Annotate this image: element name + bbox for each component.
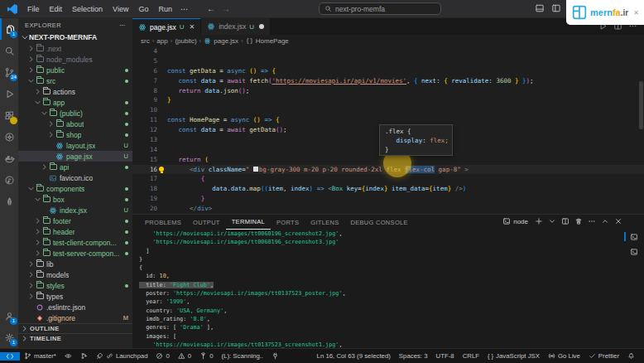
tree-item-favicon-ico[interactable]: favicon.ico <box>18 172 132 183</box>
activity-run-and-debug[interactable] <box>0 83 18 104</box>
status-errors[interactable]: 0 <box>156 352 169 360</box>
panel-more-button[interactable] <box>588 217 596 225</box>
tree-item--next[interactable]: .next <box>18 43 132 54</box>
panel-tab-ports[interactable]: PORTS <box>271 215 305 230</box>
menu-edit[interactable]: Edit <box>46 3 67 15</box>
tree-item--gitignore[interactable]: .gitignoreM <box>18 312 132 323</box>
kill-terminal-button[interactable] <box>574 217 583 225</box>
status-notifications[interactable] <box>627 352 635 360</box>
tree-item-header[interactable]: header <box>18 226 132 237</box>
tab-index-jsx[interactable]: index.jsxU <box>201 18 271 35</box>
tree-item-about[interactable]: about <box>18 119 132 129</box>
status-git-branch[interactable]: master* <box>24 352 56 360</box>
split-terminal-button[interactable] <box>561 217 570 225</box>
remote-indicator[interactable] <box>0 352 20 361</box>
code-editor[interactable]: 456const getData = async () => {7 const … <box>132 46 644 214</box>
section-outline[interactable]: OUTLINE <box>18 323 132 333</box>
terminal-dropdown-button[interactable] <box>548 217 556 225</box>
menu-selection[interactable]: Selection <box>68 3 107 15</box>
tree-item-page-jsx[interactable]: page.jsxU <box>18 151 132 162</box>
breadcrumb-item[interactable]: page.jsx <box>214 37 238 45</box>
lightbulb-icon[interactable] <box>159 167 164 172</box>
activity-remote-explorer[interactable] <box>0 126 18 148</box>
terminal-instance-1[interactable] <box>627 231 642 242</box>
new-terminal-button[interactable] <box>535 217 543 225</box>
tree-item-footer[interactable]: footer <box>18 215 132 226</box>
status-encoding[interactable]: UTF-8 <box>436 352 454 360</box>
tree-item-shop[interactable]: shop <box>18 129 132 140</box>
status-commit-graph[interactable] <box>80 352 88 360</box>
tree-item-lib[interactable]: lib <box>18 259 132 269</box>
active-terminal-label[interactable]: node <box>502 217 528 225</box>
tab-page-jsx[interactable]: page.jsxU✕ <box>132 18 201 35</box>
activity-accounts[interactable]: 1 <box>0 305 18 327</box>
menu-run[interactable]: Run <box>154 3 176 15</box>
tree-item--public-[interactable]: (public) <box>18 108 132 119</box>
menu-go[interactable]: Go <box>134 3 152 15</box>
activity-search[interactable] <box>0 40 18 61</box>
maximize-panel-button[interactable] <box>601 217 609 225</box>
tree-item-models[interactable]: models <box>18 269 132 280</box>
panel-tab-terminal[interactable]: TERMINAL <box>226 215 271 230</box>
tree-item-actions[interactable]: actions <box>18 86 132 97</box>
menu-file[interactable]: File <box>23 3 44 15</box>
back-button[interactable]: ← <box>207 4 215 13</box>
tree-item-app[interactable]: app <box>18 97 132 108</box>
breadcrumb-item[interactable]: src <box>141 37 150 45</box>
tree-item-box[interactable]: box <box>18 194 132 205</box>
tree-item-api[interactable]: api <box>18 162 132 172</box>
tree-item-test-client-compon-[interactable]: test-client-compon... <box>18 237 132 248</box>
status-cursor-position[interactable]: Ln 16, Col 63 (9 selected) <box>317 352 391 360</box>
activity-mongodb[interactable] <box>0 191 18 212</box>
tree-item-index-jsx[interactable]: index.jsxU <box>18 205 132 215</box>
customize-layout-icon[interactable] <box>551 3 561 13</box>
status-indentation[interactable]: Spaces: 3 <box>399 352 428 360</box>
breadcrumb-item[interactable]: (public) <box>175 37 196 45</box>
project-root-row[interactable]: NEXT-PRO-MERNFA <box>18 31 132 43</box>
status-eol[interactable]: CRLF <box>463 352 479 360</box>
tree-item-node-modules[interactable]: node_modules <box>18 54 132 65</box>
tree-item-test-server-compon-[interactable]: test-server-compon... <box>18 248 132 259</box>
panel-tab-gitlens[interactable]: GITLENS <box>305 215 344 230</box>
activity-live-share[interactable] <box>0 169 18 191</box>
explorer-actions-icon[interactable]: ⋯ <box>119 22 126 29</box>
tree-item-src[interactable]: src <box>18 75 132 86</box>
terminal-instance-2[interactable] <box>627 246 642 257</box>
activity-docker[interactable] <box>0 148 18 169</box>
search-box[interactable]: next-pro-memfa <box>319 2 441 15</box>
terminal-output[interactable]: 'https://moviesapi.ir/images/tt0060196_s… <box>132 230 624 348</box>
status-language-mode[interactable]: { }JavaScript JSX <box>488 352 540 360</box>
toggle-panel-icon[interactable] <box>535 3 545 13</box>
tree-item-components[interactable]: components <box>18 183 132 194</box>
tree-item-layout-jsx[interactable]: layout.jsxU <box>18 140 132 151</box>
breadcrumb-item[interactable]: HomePage <box>256 37 289 45</box>
activity-explorer[interactable]: 1 <box>0 18 18 40</box>
panel-tab-problems[interactable]: PROBLEMS <box>139 215 187 230</box>
status-warnings[interactable]: 0 <box>178 352 191 360</box>
close-panel-button[interactable] <box>614 217 622 225</box>
activity-source-control[interactable]: 24 <box>0 61 18 83</box>
section-timeline[interactable]: TIMELINE <box>18 333 132 343</box>
status-launchpad[interactable]: Launchpad <box>96 352 148 360</box>
tree-item-public[interactable]: public <box>18 65 132 75</box>
tree-item-types[interactable]: types <box>18 291 132 302</box>
editor-scrollbar[interactable] <box>639 81 643 129</box>
panel-tab-output[interactable]: OUTPUT <box>187 215 226 230</box>
close-icon[interactable]: ✕ <box>189 23 195 31</box>
status-go-live[interactable]: Go Live <box>548 352 580 360</box>
status-prettier[interactable]: Prettier <box>589 352 619 360</box>
status-gitlens-toggle[interactable] <box>65 352 72 360</box>
dirty-dot-icon[interactable] <box>259 24 264 29</box>
status-scanner-status[interactable]: (L): Scanning.. <box>222 352 264 360</box>
menu-view[interactable]: View <box>108 3 132 15</box>
panel-tab-debug-console[interactable]: DEBUG CONSOLE <box>344 215 413 230</box>
tree-item-styles[interactable]: styles <box>18 280 132 291</box>
activity-extensions[interactable] <box>0 104 18 126</box>
breadcrumb-item[interactable]: app <box>156 37 167 45</box>
forward-button[interactable]: → <box>222 4 230 13</box>
activity-settings[interactable]: 1 <box>0 327 18 348</box>
status-power-status[interactable] <box>272 352 279 360</box>
tree-item--eslintrc-json[interactable]: .eslintrc.json <box>18 302 132 312</box>
status-ports[interactable]: 0 <box>199 352 213 360</box>
menubar-overflow[interactable]: ⋯ <box>176 3 192 15</box>
